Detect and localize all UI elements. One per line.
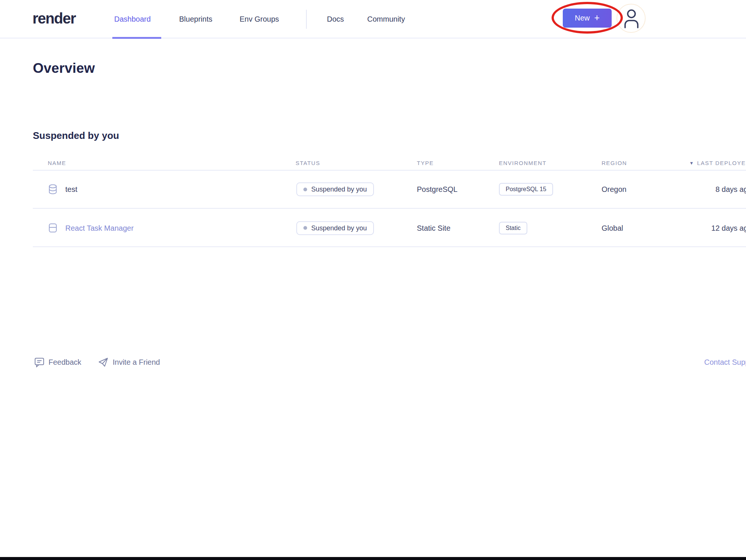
paper-plane-icon — [98, 357, 109, 368]
invite-friend-label: Invite a Friend — [113, 358, 160, 367]
sort-descending-icon: ▼ — [689, 161, 694, 166]
tab-blueprints[interactable]: Blueprints — [179, 0, 212, 38]
render-logo[interactable]: render — [32, 10, 76, 27]
database-icon — [49, 184, 57, 195]
new-button-label: New — [575, 14, 590, 22]
table-row[interactable]: test Suspended by you PostgreSQL Postgre… — [33, 171, 746, 209]
invite-friend-link[interactable]: Invite a Friend — [98, 355, 160, 370]
top-nav-bar: render Dashboard Blueprints Env Groups D… — [0, 0, 746, 38]
column-header-region: REGION — [602, 160, 627, 166]
nav-divider — [306, 10, 307, 29]
plus-icon: + — [594, 12, 600, 23]
person-icon — [622, 9, 640, 28]
service-type: PostgreSQL — [417, 185, 458, 194]
feedback-icon — [34, 357, 44, 367]
section-title: Suspended by you — [33, 130, 119, 141]
service-region: Oregon — [602, 185, 627, 194]
static-site-icon — [49, 223, 57, 233]
column-header-type: TYPE — [417, 160, 434, 166]
status-dot-icon — [303, 226, 307, 230]
tab-env-groups[interactable]: Env Groups — [240, 0, 279, 38]
page-title: Overview — [33, 60, 95, 76]
feedback-link[interactable]: Feedback — [34, 355, 81, 370]
last-deploy-value: 8 days ago — [690, 185, 746, 194]
contact-support-label: Contact Support — [704, 358, 746, 367]
service-type: Static Site — [417, 224, 450, 232]
service-region: Global — [602, 224, 623, 232]
status-badge: Suspended by you — [296, 183, 374, 196]
column-header-last-deploy-label: LAST DEPLOYED — [697, 160, 746, 166]
services-table: NAME STATUS TYPE ENVIRONMENT REGION ▼ LA… — [33, 160, 746, 249]
bottom-bar — [0, 557, 746, 560]
column-header-name: NAME — [48, 160, 66, 166]
feedback-label: Feedback — [49, 358, 81, 367]
status-badge-label: Suspended by you — [311, 224, 367, 232]
status-badge-label: Suspended by you — [311, 186, 367, 193]
table-row[interactable]: React Task Manager Suspended by you Stat… — [33, 209, 746, 247]
nav-link-docs[interactable]: Docs — [327, 0, 344, 38]
contact-support-link[interactable]: Contact Support — [704, 355, 746, 370]
tab-dashboard[interactable]: Dashboard — [114, 0, 151, 38]
environment-badge: PostgreSQL 15 — [499, 183, 553, 196]
column-header-status: STATUS — [296, 160, 320, 166]
service-name: test — [65, 185, 77, 194]
environment-badge: Static — [499, 222, 527, 234]
new-button[interactable]: New + — [563, 9, 612, 28]
column-header-environment: ENVIRONMENT — [499, 160, 546, 166]
active-tab-underline — [112, 37, 161, 39]
account-menu-button[interactable] — [622, 9, 640, 28]
column-header-last-deploy[interactable]: ▼ LAST DEPLOYED — [689, 160, 746, 166]
service-name: React Task Manager — [65, 224, 134, 232]
status-dot-icon — [303, 187, 307, 191]
last-deploy-value: 12 days ago — [690, 224, 746, 232]
status-badge: Suspended by you — [296, 221, 374, 235]
nav-link-community[interactable]: Community — [367, 0, 405, 38]
